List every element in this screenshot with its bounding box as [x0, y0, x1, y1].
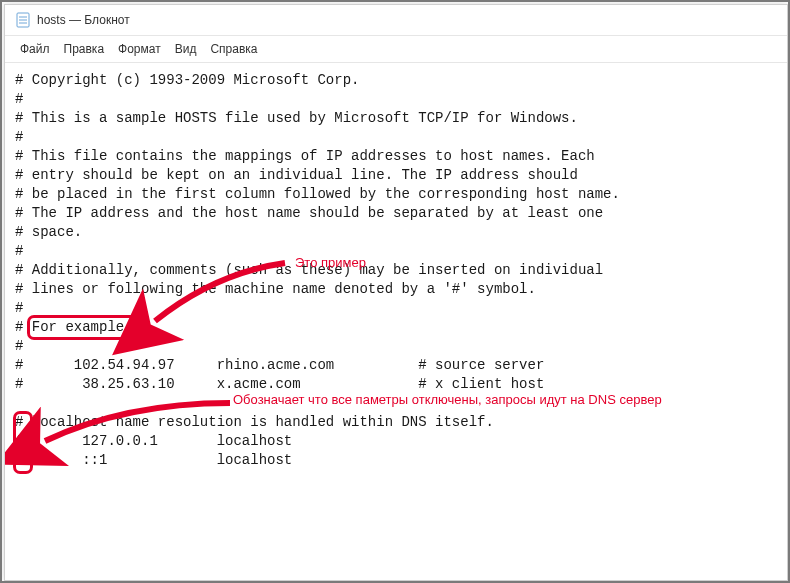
window-title: hosts — Блокнот [37, 13, 130, 27]
annotation-hashes: Обозначает что все паметры отключены, за… [233, 392, 662, 407]
menu-edit[interactable]: Правка [59, 40, 110, 58]
menu-file[interactable]: Файл [15, 40, 55, 58]
menu-format[interactable]: Формат [113, 40, 166, 58]
menu-help[interactable]: Справка [205, 40, 262, 58]
title-bar: hosts — Блокнот [5, 5, 787, 36]
menu-view[interactable]: Вид [170, 40, 202, 58]
menu-bar: Файл Правка Формат Вид Справка [5, 36, 787, 63]
text-area[interactable]: # Copyright (c) 1993-2009 Microsoft Corp… [5, 63, 787, 580]
notepad-icon [15, 12, 31, 28]
notepad-window: hosts — Блокнот Файл Правка Формат Вид С… [4, 4, 788, 581]
annotation-example: Это пример [295, 255, 366, 270]
hosts-file-text: # Copyright (c) 1993-2009 Microsoft Corp… [15, 71, 620, 470]
